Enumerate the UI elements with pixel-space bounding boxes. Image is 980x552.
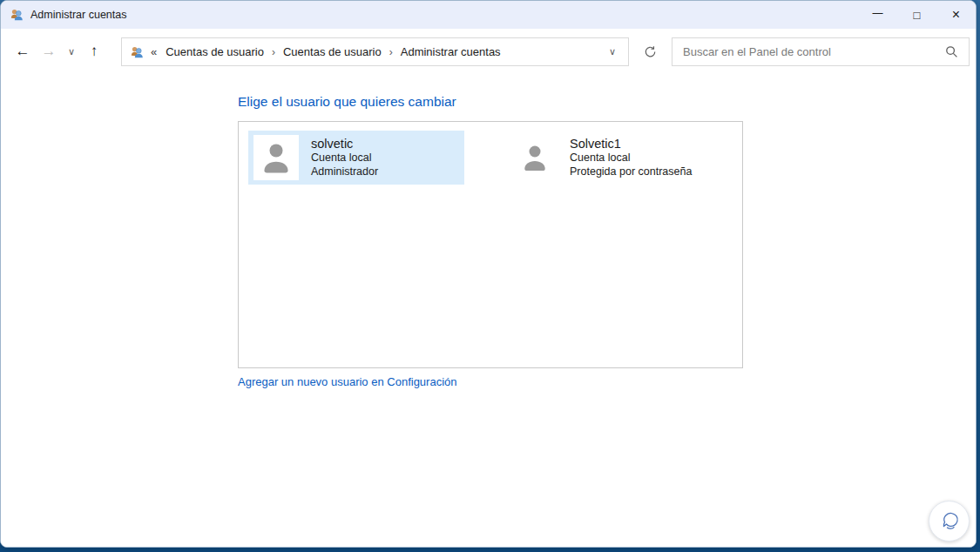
breadcrumb-item-administrar-cuentas[interactable]: Administrar cuentas (399, 45, 503, 58)
user-detail: Protegida por contraseña (570, 165, 692, 179)
avatar (253, 135, 299, 180)
lightbulb-icon (935, 507, 964, 536)
back-button[interactable]: ← (10, 37, 36, 65)
chevron-down-icon: ∨ (609, 46, 616, 57)
breadcrumb-separator-icon: › (266, 46, 281, 58)
minimize-icon: — (873, 7, 883, 19)
user-info: solvetic Cuenta local Administrador (311, 136, 378, 178)
forward-icon: → (42, 43, 57, 60)
user-list-panel: solvetic Cuenta local Administrador Solv… (238, 121, 743, 368)
add-user-link[interactable]: Agregar un nuevo usuario en Configuració… (238, 375, 457, 388)
user-silhouette-icon (518, 141, 551, 174)
search-input[interactable] (672, 45, 935, 58)
search-box (672, 37, 970, 66)
user-detail: Administrador (311, 165, 378, 179)
user-tile-solvetic[interactable]: solvetic Cuenta local Administrador (248, 131, 464, 185)
user-tile-solvetic1[interactable]: Solvetic1 Cuenta local Protegida por con… (507, 131, 723, 185)
avatar (512, 135, 558, 180)
user-accounts-location-icon (129, 45, 145, 59)
window-title: Administrar cuentas (30, 9, 126, 21)
back-icon: ← (16, 43, 30, 60)
user-accounts-icon (10, 8, 24, 22)
breadcrumb-overflow-icon[interactable]: « (151, 45, 157, 58)
maximize-icon: □ (914, 9, 921, 22)
up-button[interactable]: ↑ (81, 37, 107, 65)
search-icon[interactable] (945, 45, 958, 58)
chevron-down-icon: ∨ (68, 46, 75, 57)
up-icon: ↑ (91, 43, 98, 60)
address-dropdown-button[interactable]: ∨ (597, 46, 628, 57)
control-panel-window: Administrar cuentas — □ × ← → ∨ ↑ « Cuen… (0, 0, 977, 548)
refresh-icon (644, 45, 657, 58)
user-info: Solvetic1 Cuenta local Protegida por con… (570, 136, 692, 178)
nav-buttons: ← → ∨ ↑ (10, 29, 107, 74)
user-account-type: Cuenta local (311, 151, 378, 165)
user-name: Solvetic1 (570, 136, 692, 151)
recent-locations-button[interactable]: ∨ (62, 37, 81, 65)
window-controls: — □ × (858, 1, 976, 29)
breadcrumb-item-cuentas-usuario-2[interactable]: Cuentas de usuario (281, 45, 383, 58)
refresh-button[interactable] (634, 37, 666, 66)
content-area: Elige el usuario que quieres cambiar sol… (1, 74, 976, 547)
titlebar: Administrar cuentas — □ × (1, 1, 976, 29)
user-account-type: Cuenta local (570, 151, 692, 165)
user-silhouette-icon (257, 138, 295, 177)
user-name: solvetic (311, 136, 378, 151)
maximize-button[interactable]: □ (897, 1, 936, 29)
close-button[interactable]: × (936, 1, 976, 29)
minimize-button[interactable]: — (858, 1, 897, 29)
breadcrumb-item-cuentas-usuario-1[interactable]: Cuentas de usuario (164, 45, 266, 58)
navigation-bar: ← → ∨ ↑ « Cuentas de usuario › Cuentas d… (1, 29, 976, 74)
page-title: Elige el usuario que quieres cambiar (238, 94, 456, 110)
address-bar[interactable]: « Cuentas de usuario › Cuentas de usuari… (121, 37, 629, 66)
forward-button[interactable]: → (36, 37, 62, 65)
help-button[interactable] (929, 501, 970, 542)
close-icon: × (952, 7, 960, 23)
breadcrumb-separator-icon: › (383, 46, 399, 58)
